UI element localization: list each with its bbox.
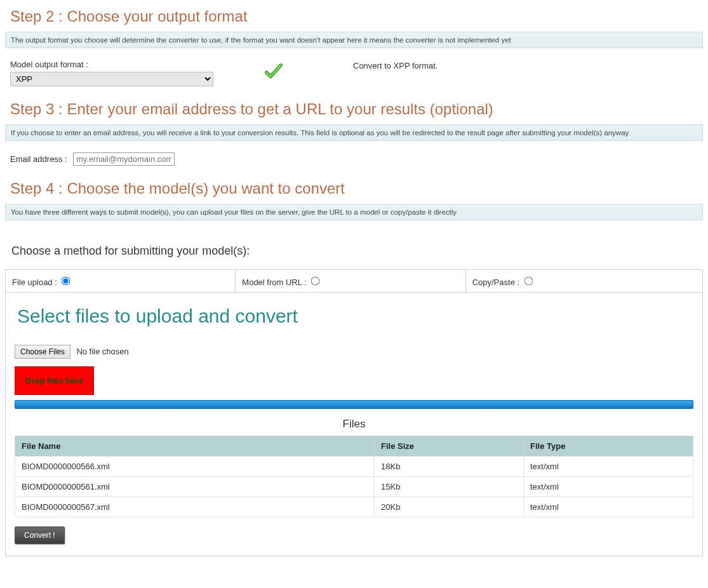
- table-row: BIOMD0000000561.xml15Kbtext/xml: [15, 477, 693, 497]
- step3-info: If you choose to enter an email address,…: [5, 124, 703, 141]
- table-row: BIOMD0000000566.xml18Kbtext/xml: [15, 457, 693, 477]
- table-row: BIOMD0000000567.xml20Kbtext/xml: [15, 497, 693, 518]
- cell-size: 20Kb: [375, 497, 524, 518]
- col-file-name: File Name: [15, 436, 375, 457]
- cell-type: text/xml: [523, 457, 693, 477]
- cell-size: 18Kb: [375, 457, 524, 477]
- method-paste-radio[interactable]: [524, 277, 533, 286]
- progress-bar: [15, 400, 693, 409]
- method-upload-label: File upload :: [12, 277, 57, 287]
- method-url-radio[interactable]: [311, 277, 320, 286]
- choose-files-button[interactable]: Choose Files: [15, 345, 70, 359]
- drop-zone[interactable]: Drop files here: [15, 366, 94, 395]
- output-format-select[interactable]: XPP: [10, 72, 213, 86]
- cell-name: BIOMD0000000566.xml: [15, 457, 375, 477]
- convert-description: Convert to XPP format.: [353, 60, 698, 70]
- cell-type: text/xml: [523, 477, 693, 497]
- step2-title: Step 2 : Choose your output format: [10, 8, 703, 25]
- cell-type: text/xml: [523, 497, 693, 518]
- method-paste-label: Copy/Paste :: [472, 277, 519, 287]
- cell-name: BIOMD0000000561.xml: [15, 477, 375, 497]
- col-file-type: File Type: [523, 436, 693, 457]
- upload-section: Select files to upload and convert Choos…: [5, 293, 703, 556]
- method-heading: Choose a method for submitting your mode…: [11, 244, 703, 258]
- step3-title: Step 3 : Enter your email address to get…: [10, 100, 703, 118]
- email-label: Email address :: [10, 154, 67, 164]
- method-table: File upload : Model from URL : Copy/Past…: [5, 269, 703, 293]
- files-caption: Files: [15, 409, 693, 436]
- email-input[interactable]: [73, 152, 175, 166]
- step4-title: Step 4 : Choose the model(s) you want to…: [10, 180, 703, 197]
- method-upload-radio[interactable]: [62, 277, 70, 286]
- convert-button[interactable]: Convert !: [15, 526, 65, 544]
- output-format-label: Model output format :: [10, 60, 264, 69]
- no-file-text: No file chosen: [76, 347, 128, 356]
- cell-name: BIOMD0000000567.xml: [15, 497, 375, 518]
- method-url-label: Model from URL :: [242, 277, 306, 287]
- upload-title: Select files to upload and convert: [17, 305, 693, 327]
- check-icon: [264, 73, 283, 82]
- col-file-size: File Size: [375, 436, 524, 457]
- cell-size: 15Kb: [375, 477, 524, 497]
- step4-info: You have three different ways to submit …: [5, 204, 703, 220]
- step2-info: The output format you choose will determ…: [5, 32, 703, 48]
- files-table: File Name File Size File Type BIOMD00000…: [15, 436, 693, 518]
